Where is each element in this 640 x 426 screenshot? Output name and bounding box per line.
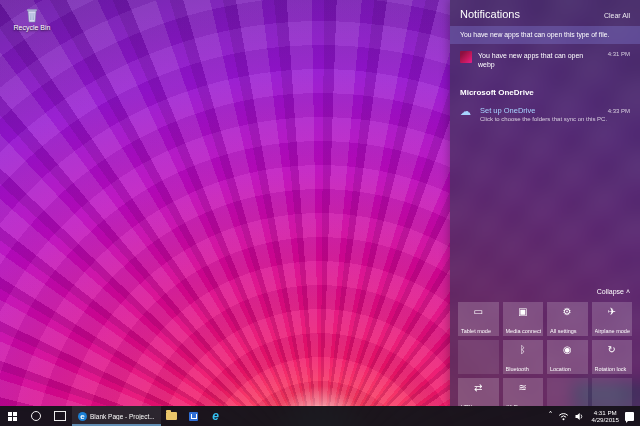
quick-action-label: Airplane mode [595,328,631,334]
store-button[interactable] [183,406,205,426]
tray-overflow-chevron-icon[interactable]: ˄ [548,412,552,420]
search-button[interactable] [24,406,48,426]
notification-item[interactable]: You have new apps that can open webp 4:3… [450,44,640,76]
quick-action-label: Tablet mode [461,328,497,334]
onedrive-subtitle: Click to choose the folders that sync on… [480,116,630,124]
notifications-title: Notifications [460,8,520,20]
notification-time: 4:31 PM [608,51,630,57]
screen: Recycle Bin Neowin™ Notifications Clear … [0,0,640,426]
start-button[interactable] [0,406,24,426]
task-view-button[interactable] [48,406,72,426]
quick-action-bluetooth[interactable]: ᛒ Bluetooth [503,340,544,374]
search-icon [31,411,41,421]
clock[interactable]: 4:31 PM 4/29/2015 [591,409,619,424]
location-icon: ◉ [547,344,588,356]
network-wifi-icon[interactable] [558,412,569,421]
settings-gear-icon: ⚙ [547,306,588,318]
quick-action-location[interactable]: ◉ Location [547,340,588,374]
airplane-icon: ✈ [592,306,633,318]
action-center-icon[interactable] [625,412,634,421]
bluetooth-icon: ᛒ [503,344,544,356]
media-connect-icon: ▣ [503,306,544,318]
notification-thumbnail [460,51,472,63]
quick-action-airplane-mode[interactable]: ✈ Airplane mode [592,302,633,336]
windows-logo-icon [8,412,17,421]
onedrive-body: Set up OneDrive 4:33 PM Click to choose … [480,106,630,124]
onedrive-time: 4:33 PM [608,108,630,114]
rotation-lock-icon: ↻ [592,344,633,356]
quick-action-wifi[interactable]: ≋ Wi-Fi [503,378,544,406]
quick-actions-grid: ▭ Tablet mode ▣ Media connect ⚙ All sett… [458,302,632,406]
system-tray: ˄ 4:31 PM 4/29/2015 [542,406,640,426]
notification-title: You have new apps that can open webp [478,51,598,69]
quick-action-blank-3[interactable] [592,378,633,406]
taskbar: e Blank Page - Project... e ˄ 4:31 PM [0,406,640,426]
task-view-icon [54,411,66,421]
store-icon [189,412,198,421]
file-explorer-button[interactable] [161,406,183,426]
clear-all-button[interactable]: Clear All [604,12,630,19]
wifi-icon: ≋ [503,382,544,394]
taskbar-app-label: Blank Page - Project... [90,413,155,420]
cloud-icon: ☁ [460,106,474,117]
panel-spacer [450,131,640,281]
quick-action-label: Location [550,366,586,372]
quick-action-media-connect[interactable]: ▣ Media connect [503,302,544,336]
onedrive-notification[interactable]: ☁ Set up OneDrive 4:33 PM Click to choos… [450,99,640,131]
new-apps-banner[interactable]: You have new apps that can open this typ… [450,26,640,44]
collapse-row: Collapse ˄ [460,280,630,298]
recycle-bin-icon [23,6,41,24]
quick-action-all-settings[interactable]: ⚙ All settings [547,302,588,336]
quick-action-blank-2[interactable] [547,378,588,406]
recycle-bin[interactable]: Recycle Bin [12,6,52,32]
quick-action-label: Media connect [506,328,542,334]
onedrive-title: Set up OneDrive [480,106,604,115]
tray-date: 4/29/2015 [591,416,619,424]
section-header-onedrive: Microsoft OneDrive [450,76,640,99]
vpn-icon: ⇄ [458,382,499,394]
tray-time: 4:31 PM [594,409,617,417]
internet-explorer-icon: e [212,410,219,422]
tablet-mode-icon: ▭ [458,306,499,318]
quick-action-label: Bluetooth [506,366,542,372]
quick-action-tablet-mode[interactable]: ▭ Tablet mode [458,302,499,336]
collapse-button[interactable]: Collapse ˄ [597,288,630,295]
chevron-up-icon: ˄ [626,288,630,295]
quick-action-rotation-lock[interactable]: ↻ Rotation lock [592,340,633,374]
action-center-header: Notifications Clear All [450,0,640,26]
spartan-browser-icon: e [78,412,87,421]
quick-action-label: All settings [550,328,586,334]
volume-icon[interactable] [575,412,585,421]
folder-icon [166,412,177,420]
quick-action-label: Rotation lock [595,366,631,372]
action-center-panel: Notifications Clear All You have new app… [450,0,640,406]
internet-explorer-button[interactable]: e [205,406,227,426]
quick-action-vpn[interactable]: ⇄ VPN [458,378,499,406]
quick-action-blank-1[interactable] [458,340,499,374]
taskbar-app-spartan[interactable]: e Blank Page - Project... [72,406,161,426]
recycle-bin-label: Recycle Bin [12,24,52,32]
